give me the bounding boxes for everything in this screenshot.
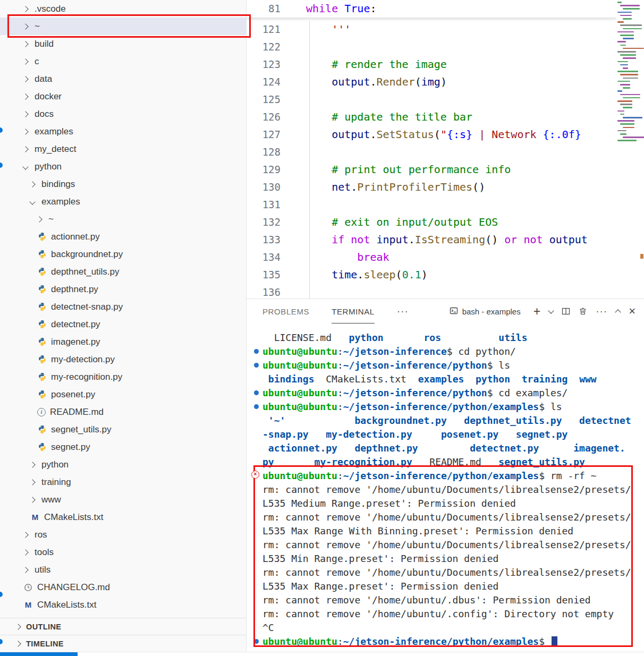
code-line-125[interactable]: 125 xyxy=(247,91,616,108)
tree-item-label: c xyxy=(35,56,39,67)
tree-file-detectnet-snap-py[interactable]: detectnet-snap.py xyxy=(0,298,246,316)
kill-terminal-button[interactable] xyxy=(579,307,587,316)
terminal-line: rm: cannot remove '/home/ubuntu/Document… xyxy=(262,483,644,497)
code-line-129[interactable]: 129 # print out performance info xyxy=(247,161,616,178)
chevron-down-icon xyxy=(22,164,28,169)
cmake-icon: M xyxy=(30,513,40,522)
terminal-line: actionnet.py depthnet.py detectnet.py im… xyxy=(262,441,644,455)
line-number: 125 xyxy=(247,91,286,108)
tree-folder-tools[interactable]: tools xyxy=(0,543,246,561)
file-tree: .vscode~buildcdatadockerdocsexamplesmy_d… xyxy=(0,0,246,614)
tree-folder-docs[interactable]: docs xyxy=(0,105,246,123)
remote-indicator[interactable] xyxy=(0,652,78,656)
terminal-instance-label: bash - examples xyxy=(462,307,521,316)
tab-problems[interactable]: PROBLEMS xyxy=(262,299,309,323)
timeline-label: TIMELINE xyxy=(26,640,64,648)
tree-file-changelog-md[interactable]: CHANGELOG.md xyxy=(0,578,246,596)
command-decoration-dot[interactable] xyxy=(254,349,259,354)
more-tabs-icon[interactable]: ··· xyxy=(397,305,409,317)
code-line-124[interactable]: 124 output.Render(img) xyxy=(247,73,616,91)
code-line-122[interactable]: 122 xyxy=(247,38,616,56)
tree-folder-python[interactable]: python xyxy=(0,456,246,473)
tree-file-actionnet-py[interactable]: actionnet.py xyxy=(0,228,246,245)
terminal-dropdown-chevron-icon[interactable] xyxy=(549,310,553,313)
command-decoration-dot[interactable] xyxy=(254,639,259,644)
tree-file-my-recognition-py[interactable]: my-recognition.py xyxy=(0,368,246,386)
code-text: break xyxy=(286,249,389,266)
code-line-128[interactable]: 128 xyxy=(247,143,616,161)
line-number: 127 xyxy=(247,126,286,143)
chevron-right-icon xyxy=(22,76,28,82)
command-decoration-dot[interactable] xyxy=(254,363,259,368)
tree-folder-my-detect[interactable]: my_detect xyxy=(0,140,246,158)
tree-file-readme-md[interactable]: iREADME.md xyxy=(0,403,246,421)
tree-folder-www[interactable]: www xyxy=(0,491,246,508)
tree-folder-python[interactable]: python xyxy=(0,158,246,175)
code-line-123[interactable]: 123 # render the image xyxy=(247,56,616,73)
sticky-scroll-line[interactable]: 81while True: xyxy=(247,0,616,18)
tree-folder-data[interactable]: data xyxy=(0,70,246,88)
terminal-line: '~' backgroundnet.py depthnet_utils.py d… xyxy=(262,414,644,428)
code-line-132[interactable]: 132 # exit on input/output EOS xyxy=(247,214,616,231)
chevron-right-icon xyxy=(22,93,28,99)
command-decoration-dot[interactable] xyxy=(254,404,259,409)
terminal-instance-dropdown[interactable]: bash - examples xyxy=(450,306,521,317)
code-line-81[interactable]: 81while True: xyxy=(247,0,616,18)
tree-folder--[interactable]: ~ xyxy=(0,18,246,35)
tree-file-segnet-utils-py[interactable]: segnet_utils.py xyxy=(0,421,246,438)
tree-folder-examples[interactable]: examples xyxy=(0,123,246,140)
tree-folder-bindings[interactable]: bindings xyxy=(0,175,246,193)
tree-folder-c[interactable]: c xyxy=(0,53,246,70)
close-panel-button[interactable]: × xyxy=(629,306,635,317)
code-editor[interactable]: 121 '''122123 # render the image124 outp… xyxy=(247,0,644,299)
cmake-icon: M xyxy=(23,600,33,610)
code-line-126[interactable]: 126 # update the title bar xyxy=(247,108,616,126)
tree-file-depthnet-py[interactable]: depthnet.py xyxy=(0,280,246,298)
tree-file-posenet-py[interactable]: posenet.py xyxy=(0,386,246,403)
tree-file-cmakelists-txt[interactable]: MCMakeLists.txt xyxy=(0,596,246,614)
code-line-121[interactable]: 121 ''' xyxy=(247,21,616,38)
code-line-135[interactable]: 135 time.sleep(0.1) xyxy=(247,266,616,284)
tree-file-segnet-py[interactable]: segnet.py xyxy=(0,438,246,456)
tree-folder-utils[interactable]: utils xyxy=(0,561,246,578)
maximize-panel-button[interactable] xyxy=(616,309,620,314)
tree-folder--vscode[interactable]: .vscode xyxy=(0,0,246,18)
tab-terminal[interactable]: TERMINAL xyxy=(332,299,375,323)
tree-file-depthnet-utils-py[interactable]: depthnet_utils.py xyxy=(0,263,246,280)
tree-folder-docker[interactable]: docker xyxy=(0,88,246,105)
tree-folder-examples[interactable]: examples xyxy=(0,193,246,210)
code-line-136[interactable]: 136 xyxy=(247,284,616,299)
python-icon xyxy=(37,250,47,259)
command-error-icon[interactable]: × xyxy=(251,471,259,479)
tree-file-cmakelists-txt[interactable]: MCMakeLists.txt xyxy=(0,508,246,526)
tree-item-label: my_detect xyxy=(35,144,76,155)
tree-file-my-detection-py[interactable]: my-detection.py xyxy=(0,351,246,368)
tree-item-label: bindings xyxy=(41,179,75,190)
tree-folder-build[interactable]: build xyxy=(0,35,246,53)
minimap[interactable] xyxy=(616,0,640,299)
line-number: 135 xyxy=(247,266,286,284)
tree-file-imagenet-py[interactable]: imagenet.py xyxy=(0,333,246,351)
outline-section-header[interactable]: OUTLINE xyxy=(0,618,246,635)
timeline-section-header[interactable]: TIMELINE xyxy=(0,635,246,652)
split-terminal-button[interactable] xyxy=(562,307,570,316)
new-terminal-button[interactable]: + xyxy=(533,306,540,317)
tree-folder--[interactable]: ~ xyxy=(0,210,246,228)
code-line-127[interactable]: 127 output.SetStatus("{:s} | Network {:.… xyxy=(247,126,616,143)
code-line-130[interactable]: 130 net.PrintProfilerTimes() xyxy=(247,178,616,196)
tree-folder-training[interactable]: training xyxy=(0,473,246,491)
chevron-right-icon xyxy=(22,567,28,573)
overview-ruler[interactable] xyxy=(640,0,644,299)
tree-file-detectnet-py[interactable]: detectnet.py xyxy=(0,316,246,333)
line-number: 81 xyxy=(247,0,286,18)
terminal-output[interactable]: LICENSE.md python ros utilsubuntu@ubuntu… xyxy=(247,323,644,648)
code-line-131[interactable]: 131 xyxy=(247,196,616,214)
code-line-134[interactable]: 134 break xyxy=(247,249,616,266)
tree-folder-ros[interactable]: ros xyxy=(0,526,246,543)
code-line-133[interactable]: 133 if not input.IsStreaming() or not ou… xyxy=(247,231,616,249)
code-text xyxy=(286,38,306,56)
tree-item-label: examples xyxy=(41,197,80,207)
tree-file-backgroundnet-py[interactable]: backgroundnet.py xyxy=(0,245,246,263)
panel-more-actions-icon[interactable]: ··· xyxy=(596,305,607,317)
command-decoration-dot[interactable] xyxy=(254,390,259,395)
